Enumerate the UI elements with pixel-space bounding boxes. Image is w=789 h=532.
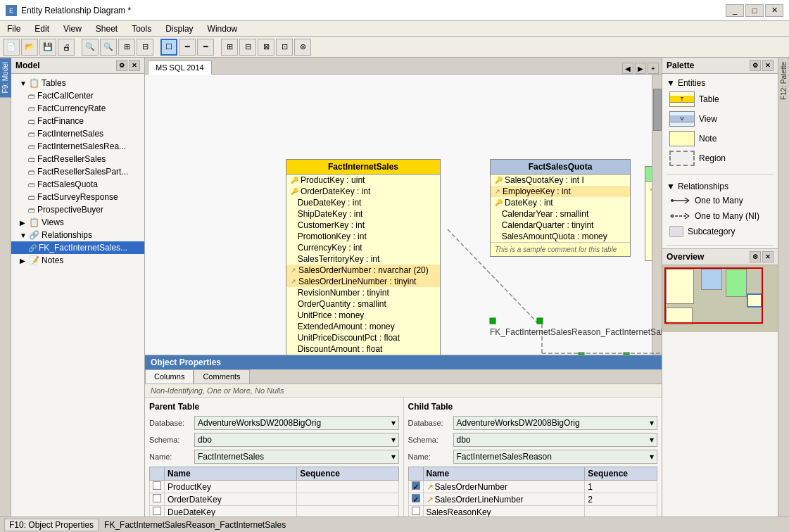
tree-item-factresellersales[interactable]: 🗃 FactResellerSales bbox=[11, 153, 144, 165]
table-label: Table bbox=[699, 94, 719, 104]
child-col-checkbox-1[interactable]: ✓ bbox=[412, 494, 420, 502]
overview-close-button[interactable]: ✕ bbox=[762, 251, 774, 262]
tree-views-group[interactable]: ▶ 📋 Views bbox=[11, 216, 144, 229]
menu-display[interactable]: Display bbox=[158, 23, 200, 35]
tab-mssql2014[interactable]: MS SQL 2014 bbox=[148, 61, 212, 75]
parent-database-select[interactable]: AdventureWorksDW2008BigOrig ▾ bbox=[194, 416, 399, 430]
right-panel: Palette ⚙ ✕ ▼ Entities T Table V Vie bbox=[662, 58, 778, 517]
parent-col-row[interactable]: OrderDateKey bbox=[150, 493, 399, 506]
select-button[interactable]: ☐ bbox=[160, 39, 177, 56]
child-col-checkbox-2[interactable] bbox=[412, 507, 420, 515]
zoom-fit-button[interactable]: ⊞ bbox=[118, 39, 135, 56]
palette-close-button[interactable]: ✕ bbox=[762, 60, 774, 71]
tree-item-factcallcenter[interactable]: 🗃 FactCallCenter bbox=[11, 89, 144, 102]
child-col-row[interactable]: SalesReasonKey bbox=[408, 506, 657, 517]
tree-tables-group[interactable]: ▼ 📋 Tables bbox=[11, 77, 144, 89]
connector-label: FK_FactInternetSalesReason_FactInternetS… bbox=[490, 327, 662, 337]
child-col-row[interactable]: ✓ ↗SalesOrderLineNumber 2 bbox=[408, 493, 657, 506]
maximize-button[interactable]: □ bbox=[745, 4, 764, 17]
tool-btn3[interactable]: ━ bbox=[197, 39, 214, 56]
menu-view[interactable]: View bbox=[56, 23, 89, 35]
menu-file[interactable]: File bbox=[0, 23, 27, 35]
menu-window[interactable]: Window bbox=[201, 23, 245, 35]
model-close-button[interactable]: ✕ bbox=[129, 60, 140, 71]
palette-note-item[interactable]: Note bbox=[662, 129, 778, 148]
palette-side-label[interactable]: F12: Palette bbox=[778, 58, 790, 104]
save-button[interactable]: 💾 bbox=[39, 39, 56, 56]
diagram-scrollbar-v[interactable] bbox=[652, 75, 662, 355]
tab-columns[interactable]: Columns bbox=[145, 369, 194, 384]
parent-col-checkbox-0[interactable] bbox=[153, 481, 161, 490]
tree-item-factinternetsales[interactable]: 🗃 FactInternetSales bbox=[11, 127, 144, 140]
model-settings-button[interactable]: ⚙ bbox=[116, 60, 127, 71]
palette-relationships-section: ▼ Relationships One to Many bbox=[662, 177, 778, 242]
tree-item-prospectivebuyer[interactable]: 🗃 ProspectiveBuyer bbox=[11, 203, 144, 216]
er-table-factsalesquota[interactable]: FactSalesQuota 🔑SalesQuotaKey : int I ↗E… bbox=[490, 159, 631, 257]
menu-edit[interactable]: Edit bbox=[27, 23, 56, 35]
tree-relationships-group[interactable]: ▼ 🔗 Relationships bbox=[11, 229, 144, 241]
zoom-out-button[interactable]: 🔍 bbox=[82, 39, 99, 56]
parent-col-row[interactable]: ProductKey bbox=[150, 481, 399, 493]
tab-next-button[interactable]: ▶ bbox=[635, 63, 646, 74]
parent-col-row[interactable]: DueDateKey bbox=[150, 506, 399, 517]
palette-subcategory-item[interactable]: Subcategory bbox=[662, 224, 778, 239]
er-table-row: UnitPrice : money bbox=[286, 310, 440, 321]
palette-one-many-ni-item[interactable]: One to Many (NI) bbox=[662, 208, 778, 224]
minimize-button[interactable]: _ bbox=[726, 4, 744, 17]
er-table-factinternetsales[interactable]: FactInternetSales 🔑ProductKey : uint 🔑Or… bbox=[286, 159, 441, 355]
parent-col-checkbox-2[interactable] bbox=[153, 507, 161, 515]
entities-group[interactable]: ▼ Entities bbox=[662, 77, 778, 89]
menu-bar: File Edit View Sheet Tools Display Windo… bbox=[0, 21, 789, 37]
tree-notes-group[interactable]: ▶ 📝 Notes bbox=[11, 254, 144, 267]
close-button[interactable]: ✕ bbox=[765, 4, 783, 17]
tool-btn8[interactable]: ⊛ bbox=[294, 39, 311, 56]
child-schema-select[interactable]: dbo ▾ bbox=[453, 433, 658, 447]
parent-col-checkbox-1[interactable] bbox=[153, 494, 161, 502]
tree-item-factfinance[interactable]: 🗃 FactFinance bbox=[11, 115, 144, 127]
relationships-group[interactable]: ▼ Relationships bbox=[662, 180, 778, 193]
overview-settings-button[interactable]: ⚙ bbox=[750, 251, 761, 262]
tool-btn5[interactable]: ⊟ bbox=[239, 39, 256, 56]
er-table-row: 🔑ProductKey : uint bbox=[286, 175, 440, 186]
palette-table-item[interactable]: T Table bbox=[662, 89, 778, 109]
tool-btn4[interactable]: ⊞ bbox=[221, 39, 238, 56]
tool-btn2[interactable]: ━ bbox=[179, 39, 196, 56]
zoom-in-button[interactable]: 🔍 bbox=[100, 39, 117, 56]
parent-name-select[interactable]: FactInternetSales ▾ bbox=[194, 450, 399, 464]
tab-comments[interactable]: Comments bbox=[194, 369, 249, 384]
overview-content[interactable] bbox=[662, 265, 778, 332]
child-name-row: Name: FactInternetSalesReason ▾ bbox=[408, 450, 658, 464]
child-col-row[interactable]: ✓ ↗SalesOrderNumber 1 bbox=[408, 481, 657, 493]
menu-tools[interactable]: Tools bbox=[125, 23, 158, 35]
tool-btn7[interactable]: ⊡ bbox=[276, 39, 293, 56]
status-panel-f10[interactable]: F10: Object Properties bbox=[4, 519, 99, 531]
entities-label: Entities bbox=[678, 78, 705, 88]
palette-view-item[interactable]: V View bbox=[662, 109, 778, 129]
zoom-button2[interactable]: ⊟ bbox=[137, 39, 153, 56]
child-name-select[interactable]: FactInternetSalesReason ▾ bbox=[453, 450, 658, 464]
palette-one-many-item[interactable]: One to Many bbox=[662, 193, 778, 208]
tree-item-factresellersalespart[interactable]: 🗃 FactResellerSalesPart... bbox=[11, 165, 144, 178]
diagram-area[interactable]: FK_FactInternetSalesReason_FactInternetS… bbox=[145, 75, 662, 355]
child-col-checkbox-0[interactable]: ✓ bbox=[412, 481, 420, 490]
tab-new-button[interactable]: + bbox=[648, 63, 659, 74]
child-database-select[interactable]: AdventureWorksDW2008BigOrig ▾ bbox=[453, 416, 658, 430]
open-button[interactable]: 📂 bbox=[21, 39, 38, 56]
tree-item-factcurrencyrate[interactable]: 🗃 FactCurrencyRate bbox=[11, 102, 144, 115]
new-button[interactable]: 📄 bbox=[3, 39, 20, 56]
tree-item-factsalesquota[interactable]: 🗃 FactSalesQuota bbox=[11, 178, 144, 191]
palette-settings-button[interactable]: ⚙ bbox=[750, 60, 761, 71]
tree-item-factsurveyresponse[interactable]: 🗃 FactSurveyResponse bbox=[11, 191, 144, 203]
er-table-row: PromotionKey : int bbox=[286, 231, 440, 242]
palette-region-item[interactable]: Region bbox=[662, 148, 778, 168]
tree-item-fk-factinternetsales[interactable]: 🔗 FK_FactInternetSales... bbox=[11, 241, 144, 254]
tool-btn6[interactable]: ⊠ bbox=[258, 39, 274, 56]
overview-viewport[interactable] bbox=[664, 267, 763, 324]
model-side-label[interactable]: F9: Model bbox=[0, 58, 11, 97]
tree-item-factinternetsalesrea[interactable]: 🗃 FactInternetSalesRea... bbox=[11, 140, 144, 153]
tab-prev-button[interactable]: ◀ bbox=[622, 63, 633, 74]
print-button[interactable]: 🖨 bbox=[58, 39, 75, 56]
menu-sheet[interactable]: Sheet bbox=[89, 23, 125, 35]
parent-schema-select[interactable]: dbo ▾ bbox=[194, 433, 399, 447]
palette-panel-header: Palette ⚙ ✕ bbox=[662, 58, 778, 74]
